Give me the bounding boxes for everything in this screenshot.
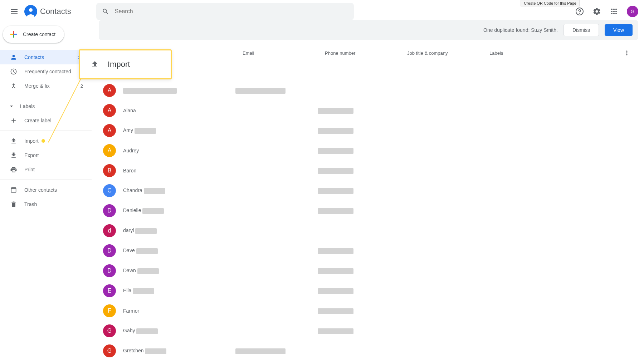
contact-name: Chandra <box>123 187 165 194</box>
contact-row[interactable]: A <box>99 80 638 101</box>
content-area: One duplicate found: Suzy Smith. Dismiss… <box>92 20 644 362</box>
nav-label: Trash <box>24 201 83 207</box>
col-header-email: Email <box>243 50 325 56</box>
sidebar-item-trash[interactable]: Trash <box>0 197 92 211</box>
nav-label: Contacts <box>24 54 78 60</box>
apps-button[interactable] <box>607 4 621 19</box>
sidebar-item-print[interactable]: Print <box>0 162 92 177</box>
contact-email <box>235 87 318 94</box>
nav-count: 2 <box>80 83 83 89</box>
svg-point-1 <box>29 8 33 12</box>
contact-avatar: A <box>103 144 116 157</box>
contact-phone <box>318 147 400 154</box>
contact-avatar: D <box>103 244 116 257</box>
contact-row[interactable]: GGaby <box>99 321 638 341</box>
contact-phone <box>318 127 400 134</box>
contact-row[interactable]: CChandra <box>99 181 638 201</box>
plus-icon <box>9 29 19 39</box>
contact-phone <box>318 268 400 274</box>
merge-icon <box>10 82 17 89</box>
person-icon <box>10 54 17 61</box>
contact-avatar: E <box>103 284 116 297</box>
apps-grid-icon <box>610 7 618 16</box>
contact-row[interactable]: FFarmor <box>99 301 638 321</box>
contact-row[interactable]: DDanielle <box>99 201 638 221</box>
user-avatar[interactable]: G <box>627 6 638 17</box>
contact-name: daryl <box>123 228 157 234</box>
dismiss-button[interactable]: Dismiss <box>564 24 599 36</box>
contact-avatar: C <box>103 184 116 197</box>
sidebar-item-import[interactable]: Import <box>0 134 92 148</box>
labels-header[interactable]: Labels <box>0 99 92 113</box>
contact-avatar: F <box>103 304 116 317</box>
menu-button[interactable] <box>6 3 23 20</box>
header-actions: G <box>572 4 638 19</box>
search-input[interactable] <box>115 8 348 15</box>
sidebar-item-other-contacts[interactable]: Other contacts <box>0 183 92 197</box>
app-header: Contacts Create QR Code for this Page G <box>0 3 644 20</box>
sidebar: Create contact Contacts 33 Frequently co… <box>0 20 92 362</box>
contact-avatar: D <box>103 264 116 277</box>
sidebar-item-create-label[interactable]: Create label <box>0 113 92 128</box>
sidebar-item-export[interactable]: Export <box>0 148 92 162</box>
contact-avatar: A <box>103 104 116 117</box>
nav-label: Merge & fix <box>24 83 80 89</box>
contact-row[interactable]: GGretchen <box>99 341 638 361</box>
sidebar-item-frequent[interactable]: Frequently contacted <box>0 64 92 79</box>
search-container[interactable] <box>96 3 354 20</box>
contact-name: Alana <box>123 108 136 113</box>
contact-avatar: B <box>103 164 116 177</box>
download-icon <box>10 152 17 159</box>
contact-row[interactable]: ddaryl <box>99 221 638 241</box>
upload-icon <box>91 60 99 69</box>
archive-icon <box>10 186 17 194</box>
contact-row[interactable]: BBaron <box>99 161 638 181</box>
contact-name: Dave <box>123 248 158 254</box>
gear-icon <box>592 7 601 16</box>
plus-small-icon <box>10 117 17 124</box>
help-button[interactable] <box>572 4 587 19</box>
chevron-down-icon <box>8 103 15 110</box>
contact-row[interactable]: DDave <box>99 241 638 261</box>
contact-phone <box>318 167 400 174</box>
callout-label: Import <box>108 60 130 69</box>
contact-row[interactable]: DDawn <box>99 261 638 281</box>
table-header: Name Email Phone number Job title & comp… <box>99 40 638 66</box>
contact-row[interactable]: EElla <box>99 281 638 301</box>
create-contact-button[interactable]: Create contact <box>3 26 64 43</box>
contact-avatar: d <box>103 224 116 237</box>
nav-label: Frequently contacted <box>24 69 83 74</box>
contacts-logo-icon <box>24 5 37 18</box>
sidebar-item-merge[interactable]: Merge & fix 2 <box>0 79 92 93</box>
view-button[interactable]: View <box>605 24 633 36</box>
col-header-labels: Labels <box>489 50 620 56</box>
create-contact-label: Create contact <box>23 31 55 37</box>
col-header-phone: Phone number <box>325 50 407 56</box>
qr-tooltip: Create QR Code for this Page <box>521 0 580 6</box>
contact-row[interactable]: AAmy <box>99 121 638 141</box>
highlight-dot <box>42 139 45 143</box>
contact-row[interactable]: AAudrey <box>99 141 638 161</box>
contact-avatar: A <box>103 124 116 137</box>
sidebar-item-contacts[interactable]: Contacts 33 <box>0 50 92 64</box>
contact-list: AAAlana AAmy AAudrey BBaron CChandra DDa… <box>99 80 638 361</box>
contact-avatar: G <box>103 324 116 337</box>
col-header-job: Job title & company <box>407 50 489 56</box>
contact-name: Gretchen <box>123 348 166 354</box>
app-title: Contacts <box>40 7 71 16</box>
settings-button[interactable] <box>590 4 604 19</box>
contact-name: Ella <box>123 288 154 294</box>
contact-name: Farmor <box>123 308 139 314</box>
more-actions-button[interactable] <box>620 46 634 60</box>
contact-row[interactable]: AAlana <box>99 101 638 121</box>
nav-label: Print <box>24 167 83 172</box>
nav-label: Export <box>24 152 83 158</box>
contact-phone <box>318 207 400 214</box>
hamburger-icon <box>10 7 19 16</box>
search-icon <box>102 8 109 15</box>
contact-name <box>123 87 177 93</box>
notification-bar: One duplicate found: Suzy Smith. Dismiss… <box>99 20 638 40</box>
contact-phone <box>318 248 400 254</box>
contact-phone <box>318 288 400 294</box>
contact-phone <box>318 187 400 194</box>
